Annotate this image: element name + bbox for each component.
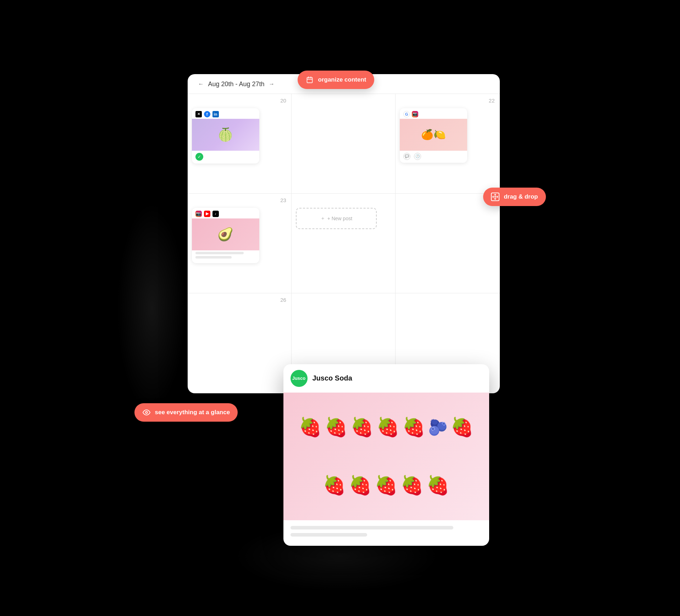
comment-icon: 💬 [403,153,410,160]
drag-icon [491,193,499,201]
cal-cell-23: 23 📷 ▶ ♪ 🥑 [188,194,292,293]
berry-10: 🍓 [375,475,398,496]
brand-avatar: Jusco [291,370,308,387]
cal-cell-26: 26 [188,293,292,393]
social-icon-google: G [403,111,410,117]
drag-label: drag & drop [504,193,538,200]
social-icon-x: ✕ [195,111,202,117]
berry-5: 🍓 [402,416,425,438]
new-post-button[interactable]: ＋ + New post [296,208,377,229]
calendar-grid: 20 ✕ f in 🍈 ✓ 22 [188,94,500,393]
post-image-avocado: 🥑 [192,218,259,250]
organize-pill: organize content [298,71,374,89]
svg-point-6 [145,411,148,414]
cal-cell-20: 20 ✕ f in 🍈 ✓ [188,94,292,194]
preview-card: Jusco Jusco Soda 🍓 🍓 🍓 🍓 🍓 🫐 🍓 🍓 🍓 🍓 🍓 🍓 [283,364,489,546]
social-icon-linkedin: in [212,111,219,117]
berry-9: 🍓 [349,475,372,496]
date-range-label: Aug 20th - Aug 27th [208,81,265,88]
berry-2: 🍓 [325,416,348,438]
glow-left [117,202,188,415]
calendar: ← Aug 20th - Aug 27th → 20 ✕ f in 🍈 ✓ [188,74,500,393]
berry-3: 🍓 [350,416,374,438]
social-icon-instagram-23: 📷 [195,211,202,217]
svg-rect-0 [307,77,312,83]
post-card-socials-23: 📷 ▶ ♪ [192,208,259,218]
post-card-footer: ✓ [192,151,259,163]
preview-image-berries: 🍓 🍓 🍓 🍓 🍓 🫐 🍓 🍓 🍓 🍓 🍓 🍓 [283,393,489,520]
berry-12: 🍓 [426,475,449,496]
organize-label: organize content [318,76,366,83]
clock-icon: 🕐 [414,153,421,160]
berry-1: 🍓 [299,416,322,438]
preview-footer [283,520,489,546]
cal-cell-25: 25 [396,194,499,293]
preview-header: Jusco Jusco Soda [283,364,489,393]
post-line-1 [195,252,244,254]
brand-name: Jusco Soda [313,374,352,382]
post-line-2 [195,256,232,259]
new-post-label: + New post [327,216,352,221]
preview-text-line-1 [291,526,453,529]
post-image-melon: 🍈 [192,119,259,151]
glance-label: see everything at a glance [155,409,230,416]
preview-text-line-2 [291,533,367,537]
berry-6: 🫐 [428,418,448,437]
cal-cell-24: ＋ + New post [292,194,396,293]
post-card-socials: ✕ f in [192,108,259,119]
check-icon: ✓ [195,153,203,161]
social-icon-tiktok: ♪ [212,211,219,217]
drag-pill: drag & drop [483,188,546,206]
post-card-avocado[interactable]: 📷 ▶ ♪ 🥑 [192,208,259,263]
scene: ← Aug 20th - Aug 27th → 20 ✕ f in 🍈 ✓ [145,60,535,556]
next-arrow[interactable]: → [269,81,275,87]
post-card-melon[interactable]: ✕ f in 🍈 ✓ [192,108,259,163]
day-number-23: 23 [280,197,286,203]
berry-7: 🍓 [450,416,474,438]
prev-arrow[interactable]: ← [198,81,204,87]
day-number-26: 26 [280,297,286,303]
post-card-socials-22: G 📷 [400,108,467,119]
eye-icon [142,408,151,417]
social-icon-instagram: 📷 [412,111,418,117]
cal-cell-21 [292,94,396,194]
berry-4: 🍓 [376,416,399,438]
social-icon-facebook: f [204,111,210,117]
berry-8: 🍓 [323,475,346,496]
post-text-lines [192,250,259,263]
berry-11: 🍓 [400,475,424,496]
post-card-citrus[interactable]: G 📷 🍊🍋 💬 🕐 [400,108,467,163]
new-post-plus: ＋ [320,215,325,222]
day-number-22: 22 [489,98,495,104]
social-icon-youtube: ▶ [204,211,210,217]
post-image-citrus: 🍊🍋 [400,119,467,151]
day-number-20: 20 [280,98,286,104]
glance-pill: see everything at a glance [134,403,238,422]
brand-initial: Jusco [292,376,306,381]
cal-cell-22: 22 G 📷 🍊🍋 💬 🕐 [396,94,499,194]
post-card-actions-22: 💬 🕐 [400,151,467,163]
organize-icon [305,76,314,84]
